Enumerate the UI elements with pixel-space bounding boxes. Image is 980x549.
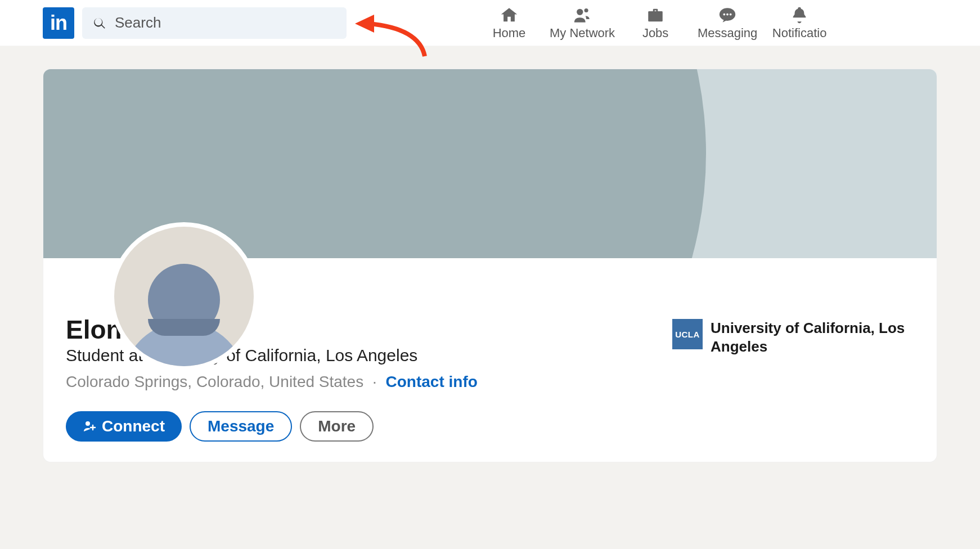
nav-notifications-label: Notificatio: [772, 26, 827, 40]
more-button[interactable]: More: [300, 411, 374, 442]
svg-point-0: [577, 8, 583, 15]
svg-point-6: [86, 421, 90, 426]
nav-home-label: Home: [493, 26, 526, 40]
message-button[interactable]: Message: [190, 411, 292, 442]
education-name: University of California, Los Angeles: [711, 319, 914, 356]
cover-decoration: [43, 69, 706, 258]
svg-point-1: [585, 8, 588, 12]
education-logo-text: UCLA: [675, 330, 700, 339]
action-buttons: Connect Message More: [66, 411, 672, 442]
nav-jobs[interactable]: Jobs: [619, 3, 691, 43]
education-row[interactable]: UCLA University of California, Los Angel…: [672, 319, 914, 356]
education-logo: UCLA: [672, 319, 703, 349]
search-input[interactable]: [115, 14, 336, 32]
separator-dot: ·: [372, 373, 377, 390]
people-icon: [573, 6, 592, 25]
person-add-icon: [83, 420, 96, 433]
bell-icon: [790, 6, 809, 25]
nav-home[interactable]: Home: [473, 3, 545, 43]
nav-items: Home My Network Jobs Messaging Notificat…: [473, 3, 835, 43]
profile-card: Elon Musk Student at University of Calif…: [43, 69, 937, 462]
nav-messaging[interactable]: Messaging: [691, 3, 763, 43]
message-label: Message: [208, 417, 274, 435]
linkedin-logo-text: in: [50, 11, 67, 35]
search-box[interactable]: [82, 7, 347, 39]
profile-location: Colorado Springs, Colorado, United State…: [66, 373, 363, 390]
nav-network[interactable]: My Network: [545, 3, 619, 43]
nav-jobs-label: Jobs: [642, 26, 668, 40]
briefcase-icon: [646, 6, 665, 25]
nav-network-label: My Network: [550, 26, 615, 40]
svg-point-3: [723, 13, 726, 15]
avatar-placeholder-icon: [114, 227, 254, 366]
svg-point-5: [730, 13, 732, 15]
linkedin-logo[interactable]: in: [43, 7, 74, 39]
chat-icon: [718, 6, 737, 25]
profile-education: UCLA University of California, Los Angel…: [672, 314, 914, 442]
avatar-container[interactable]: [110, 222, 258, 371]
more-label: More: [318, 417, 356, 435]
top-nav: in Home My Network Jobs Messaging Notifi…: [0, 0, 980, 46]
connect-button[interactable]: Connect: [66, 411, 182, 442]
profile-location-row: Colorado Springs, Colorado, United State…: [66, 373, 672, 391]
nav-messaging-label: Messaging: [698, 26, 757, 40]
svg-point-4: [726, 13, 729, 15]
nav-notifications[interactable]: Notificatio: [763, 3, 835, 43]
search-icon: [92, 16, 107, 30]
home-icon: [500, 6, 519, 25]
contact-info-link[interactable]: Contact info: [386, 373, 478, 390]
connect-label: Connect: [102, 417, 165, 435]
